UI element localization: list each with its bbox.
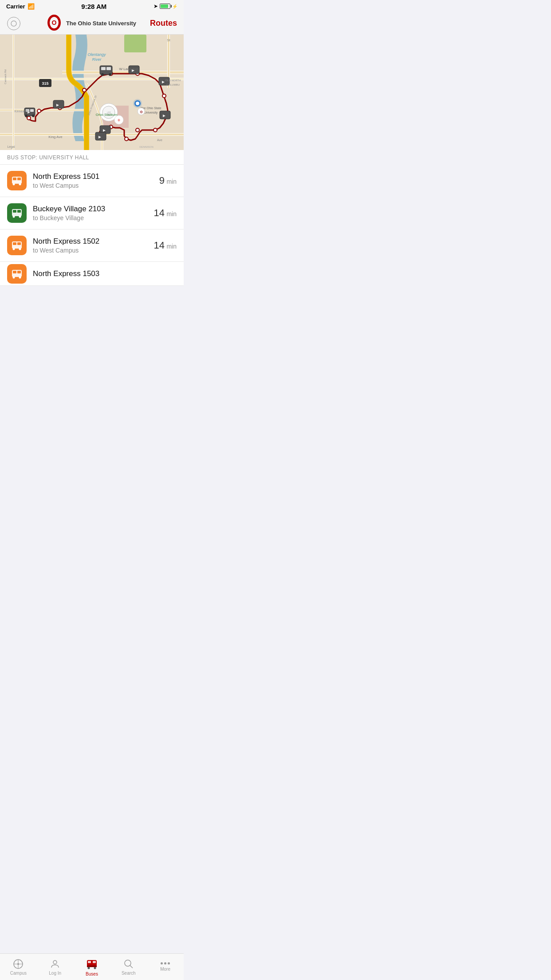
svg-rect-41 (101, 67, 106, 70)
svg-text:COLUMBU: COLUMBU (166, 83, 180, 86)
svg-text:St: St (167, 38, 170, 42)
svg-text:Carmack Rd: Carmack Rd (4, 69, 7, 84)
svg-text:Ave: Ave (157, 138, 162, 142)
bus-item[interactable]: North Express 1502 to West Campus 14 min (0, 229, 184, 262)
svg-point-20 (37, 109, 41, 113)
bus-info-buckeye-village-2103: Buckeye Village 2103 to Buckeye Village (33, 205, 148, 221)
time-unit: min (166, 210, 177, 217)
svg-rect-38 (53, 100, 64, 108)
svg-rect-87 (13, 210, 16, 213)
bus-icon-buckeye-village-2103 (7, 203, 27, 223)
map-svg: ⬜ (0, 35, 184, 150)
svg-rect-34 (30, 109, 34, 112)
university-name: The Ohio State University (66, 20, 136, 27)
bus-item-partial[interactable]: North Express 1503 (0, 262, 184, 286)
svg-text:315: 315 (42, 81, 48, 86)
svg-rect-53 (95, 132, 106, 140)
bus-destination: to West Campus (33, 247, 148, 254)
svg-text:King Ave: King Ave (48, 135, 63, 139)
bus-item[interactable]: North Express 1501 to West Campus 9 min (0, 165, 184, 197)
svg-point-84 (19, 183, 21, 186)
nav-center: O The Ohio State University (47, 15, 136, 32)
bus-name: Buckeye Village 2103 (33, 205, 148, 213)
back-button[interactable] (7, 17, 20, 30)
svg-point-0 (11, 21, 16, 26)
status-indicators: ➤ ⚡ (153, 3, 177, 9)
wifi-icon: 📶 (28, 3, 35, 10)
bus-stop-header: BUS STOP: UNIVERSITY HALL (0, 150, 184, 165)
svg-point-90 (19, 216, 21, 218)
content-area: BUS STOP: UNIVERSITY HALL North Express … (0, 150, 184, 312)
svg-point-57 (136, 102, 139, 105)
svg-point-100 (19, 276, 21, 278)
bus-icon-north-express-1501 (7, 171, 27, 190)
svg-point-35 (25, 115, 28, 117)
svg-point-25 (162, 94, 166, 98)
svg-point-29 (125, 137, 128, 141)
osu-logo: O (47, 15, 63, 32)
bus-time-north-express-1502: 14 min (154, 240, 177, 251)
status-bar: Carrier 📶 9:28 AM ➤ ⚡ (0, 0, 184, 12)
svg-text:Legal: Legal (7, 145, 15, 149)
svg-point-83 (13, 183, 15, 186)
svg-point-43 (101, 73, 104, 76)
bus-info-north-express-1501: North Express 1501 to West Campus (33, 172, 153, 189)
charging-icon: ⚡ (172, 4, 177, 9)
bus-info-north-express-1503: North Express 1503 (33, 269, 177, 278)
svg-point-19 (27, 116, 31, 120)
svg-point-44 (109, 73, 111, 76)
svg-text:+: + (117, 117, 120, 123)
time-unit: min (166, 243, 177, 250)
svg-point-94 (13, 248, 15, 250)
bus-list: North Express 1501 to West Campus 9 min (0, 165, 184, 286)
svg-text:Ohio Stadium: Ohio Stadium (96, 113, 118, 117)
svg-text:W Lane Ave: W Lane Ave (119, 67, 139, 71)
svg-rect-82 (17, 178, 21, 180)
svg-rect-92 (13, 242, 16, 245)
bus-name: North Express 1501 (33, 172, 153, 181)
svg-rect-2 (124, 35, 146, 52)
bus-destination: to Buckeye Village (33, 214, 148, 221)
svg-rect-81 (13, 178, 16, 180)
bus-item[interactable]: Buckeye Village 2103 to Buckeye Village … (0, 197, 184, 229)
svg-point-95 (19, 248, 21, 250)
bus-icon-north-express-1502 (7, 236, 27, 255)
bus-info-north-express-1502: North Express 1502 to West Campus (33, 237, 148, 254)
svg-rect-42 (106, 67, 111, 70)
svg-point-27 (153, 128, 157, 132)
battery-icon (160, 4, 170, 9)
svg-rect-88 (17, 210, 21, 213)
map-container[interactable]: ⬜ (0, 35, 184, 150)
svg-rect-49 (160, 111, 170, 119)
back-icon (11, 20, 17, 27)
svg-text:⚙: ⚙ (140, 110, 143, 114)
svg-text:OLD NORTH: OLD NORTH (165, 79, 181, 82)
svg-text:DENNISON: DENNISON (139, 146, 153, 148)
nav-title-block: The Ohio State University (66, 20, 136, 27)
time-unit: min (166, 178, 177, 185)
location-icon: ➤ (153, 3, 158, 9)
bus-time-buckeye-village-2103: 14 min (154, 207, 177, 219)
bus-name: North Express 1502 (33, 237, 148, 246)
bus-time-north-express-1501: 9 min (159, 175, 177, 186)
svg-rect-85 (12, 181, 22, 183)
routes-button[interactable]: Routes (150, 19, 177, 28)
nav-bar: O The Ohio State University Routes (0, 12, 184, 35)
bus-destination: to West Campus (33, 182, 153, 189)
status-carrier: Carrier 📶 (6, 3, 35, 10)
svg-rect-93 (17, 242, 21, 245)
svg-text:Olentangy: Olentangy (87, 52, 106, 57)
routes-button-wrap[interactable]: Routes (150, 19, 177, 28)
svg-point-36 (32, 115, 35, 117)
svg-point-89 (13, 216, 15, 218)
svg-text:University: University (144, 111, 158, 115)
svg-text:Kinnear Rd: Kinnear Rd (14, 110, 30, 113)
svg-point-28 (136, 128, 139, 132)
bus-icon-north-express-1503 (7, 264, 27, 284)
status-time: 9:28 AM (81, 3, 106, 10)
svg-point-22 (83, 88, 86, 92)
svg-point-99 (13, 276, 15, 278)
bus-name: North Express 1503 (33, 269, 177, 278)
svg-rect-97 (13, 271, 16, 273)
back-button-wrap[interactable] (7, 17, 34, 30)
